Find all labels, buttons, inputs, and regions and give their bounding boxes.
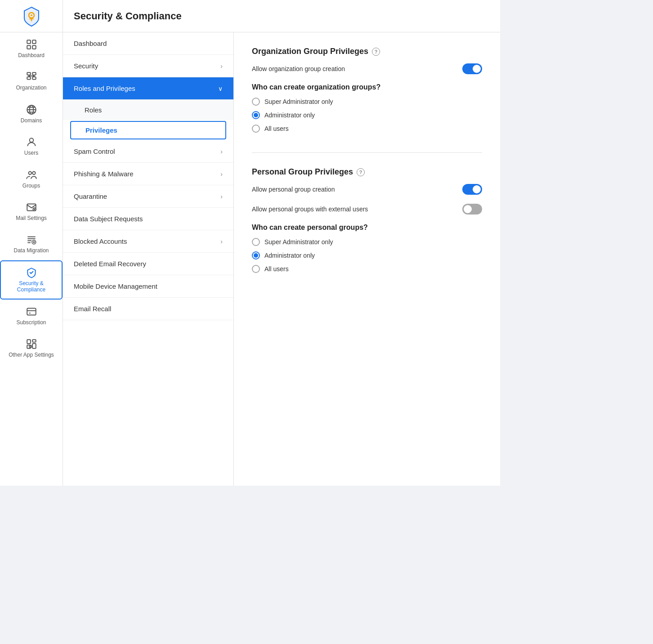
org-radio-admin-only[interactable]: Administrator only bbox=[252, 111, 482, 119]
personal-group-help-icon[interactable]: ? bbox=[357, 168, 365, 176]
personal-radio-super-admin-label: Super Administrator only bbox=[264, 238, 333, 246]
nav-item-roles-and-privileges[interactable]: Roles and Privileges ∨ bbox=[63, 77, 233, 100]
svg-rect-2 bbox=[27, 40, 31, 44]
nav-item-mobile-device-management[interactable]: Mobile Device Management bbox=[63, 275, 233, 298]
svg-rect-8 bbox=[27, 77, 31, 79]
sidebar-item-other-app-settings-label: Other App Settings bbox=[9, 352, 54, 358]
sidebar-item-subscription-label: Subscription bbox=[16, 319, 46, 326]
org-radio-all-users-label: All users bbox=[264, 125, 289, 132]
personal-allow-creation-toggle[interactable] bbox=[462, 184, 482, 195]
org-allow-creation-label: Allow organization group creation bbox=[252, 65, 345, 72]
nav-item-data-subject-requests[interactable]: Data Subject Requests bbox=[63, 208, 233, 230]
sidebar-item-domains[interactable]: Domains bbox=[0, 98, 63, 130]
content-row: Dashboard Security › Roles and Privilege… bbox=[63, 32, 500, 486]
nav-item-spam-control[interactable]: Spam Control › bbox=[63, 140, 233, 163]
personal-radio-admin-only[interactable]: Administrator only bbox=[252, 251, 482, 259]
personal-allow-external-row: Allow personal groups with external user… bbox=[252, 204, 482, 215]
sidebar-item-mail-settings-label: Mail Settings bbox=[16, 215, 47, 221]
sidebar-item-organization[interactable]: Organization bbox=[0, 65, 63, 97]
svg-rect-6 bbox=[27, 73, 31, 75]
svg-rect-32 bbox=[32, 340, 36, 342]
svg-point-19 bbox=[28, 171, 31, 174]
nav-sub-item-privileges[interactable]: Privileges bbox=[70, 121, 226, 139]
svg-rect-4 bbox=[27, 45, 31, 49]
personal-radio-admin-only-circle bbox=[252, 251, 260, 259]
chevron-right-icon: › bbox=[220, 63, 223, 70]
nav-item-phishing-malware[interactable]: Phishing & Malware › bbox=[63, 163, 233, 185]
personal-allow-external-toggle[interactable] bbox=[462, 204, 482, 215]
svg-rect-7 bbox=[32, 73, 36, 75]
nav-item-email-recall[interactable]: Email Recall bbox=[63, 298, 233, 320]
personal-allow-creation-row: Allow personal group creation bbox=[252, 184, 482, 195]
org-radio-super-admin-label: Super Administrator only bbox=[264, 98, 333, 105]
nav-item-dashboard[interactable]: Dashboard bbox=[63, 32, 233, 55]
svg-rect-28 bbox=[27, 308, 36, 315]
personal-radio-all-users[interactable]: All users bbox=[252, 265, 482, 273]
personal-radio-super-admin-circle bbox=[252, 238, 260, 246]
sidebar-item-subscription[interactable]: Subscription bbox=[0, 300, 63, 332]
chevron-right-icon-phishing: › bbox=[220, 170, 223, 178]
svg-rect-9 bbox=[32, 77, 36, 79]
svg-point-20 bbox=[32, 171, 36, 174]
org-allow-creation-row: Allow organization group creation bbox=[252, 63, 482, 74]
nav-menu: Dashboard Security › Roles and Privilege… bbox=[63, 32, 234, 486]
sidebar-item-domains-label: Domains bbox=[21, 117, 42, 124]
sidebar-item-users-label: Users bbox=[24, 150, 38, 156]
sidebar-item-security-compliance-label: Security & Compliance bbox=[4, 280, 58, 293]
who-can-create-org-title: Who can create organization groups? bbox=[252, 83, 482, 91]
org-radio-super-admin-circle bbox=[252, 98, 260, 106]
sidebar-item-dashboard[interactable]: Dashboard bbox=[0, 32, 63, 65]
sidebar-item-other-app-settings[interactable]: Other App Settings bbox=[0, 332, 63, 364]
nav-item-deleted-email-recovery[interactable]: Deleted Email Recovery bbox=[63, 253, 233, 275]
svg-rect-3 bbox=[32, 40, 36, 44]
svg-rect-34 bbox=[32, 344, 36, 349]
who-can-create-personal-title: Who can create personal groups? bbox=[252, 224, 482, 232]
personal-radio-all-users-circle bbox=[252, 265, 260, 273]
personal-allow-creation-label: Allow personal group creation bbox=[252, 186, 335, 193]
app-logo bbox=[0, 0, 63, 32]
personal-radio-all-users-label: All users bbox=[264, 265, 289, 273]
sidebar-item-data-migration-label: Data Migration bbox=[13, 247, 49, 254]
main-header: Security & Compliance bbox=[63, 0, 500, 32]
org-group-help-icon[interactable]: ? bbox=[372, 48, 380, 56]
sidebar-item-data-migration[interactable]: Data Migration bbox=[0, 228, 63, 260]
detail-panel: Organization Group Privileges ? Allow or… bbox=[234, 32, 500, 486]
sidebar-item-dashboard-label: Dashboard bbox=[18, 52, 45, 58]
nav-item-quarantine[interactable]: Quarantine › bbox=[63, 185, 233, 208]
org-radio-admin-only-label: Administrator only bbox=[264, 112, 315, 119]
main-content: Security & Compliance Dashboard Security… bbox=[63, 0, 500, 486]
sidebar-item-users[interactable]: Users bbox=[0, 130, 63, 162]
org-group-privileges-section: Organization Group Privileges ? Allow or… bbox=[252, 47, 482, 153]
chevron-right-icon-blocked: › bbox=[220, 238, 223, 245]
personal-group-privileges-title: Personal Group Privileges ? bbox=[252, 167, 482, 177]
org-allow-creation-toggle[interactable] bbox=[462, 63, 482, 74]
sidebar-item-security-compliance[interactable]: Security & Compliance bbox=[0, 260, 63, 300]
svg-point-1 bbox=[31, 14, 32, 16]
personal-allow-external-label: Allow personal groups with external user… bbox=[252, 206, 368, 213]
org-radio-super-admin[interactable]: Super Administrator only bbox=[252, 98, 482, 106]
page-title: Security & Compliance bbox=[74, 10, 182, 22]
sidebar-item-organization-label: Organization bbox=[16, 85, 46, 91]
sidebar: Dashboard Organization Domains bbox=[0, 0, 63, 486]
org-radio-admin-only-circle bbox=[252, 111, 260, 119]
chevron-down-icon: ∨ bbox=[218, 85, 223, 92]
personal-radio-admin-only-label: Administrator only bbox=[264, 252, 315, 259]
sidebar-item-groups-label: Groups bbox=[22, 183, 40, 189]
svg-rect-31 bbox=[27, 340, 31, 344]
svg-rect-5 bbox=[32, 45, 36, 49]
sidebar-item-groups[interactable]: Groups bbox=[0, 163, 63, 195]
org-radio-all-users[interactable]: All users bbox=[252, 125, 482, 133]
nav-sub-item-roles[interactable]: Roles bbox=[63, 100, 233, 120]
chevron-right-icon-quarantine: › bbox=[220, 193, 223, 200]
chevron-right-icon-spam: › bbox=[220, 148, 223, 155]
personal-group-privileges-section: Personal Group Privileges ? Allow person… bbox=[252, 167, 482, 293]
svg-point-18 bbox=[29, 139, 33, 143]
sidebar-item-mail-settings[interactable]: Mail Settings bbox=[0, 195, 63, 228]
nav-item-blocked-accounts[interactable]: Blocked Accounts › bbox=[63, 230, 233, 253]
nav-item-security[interactable]: Security › bbox=[63, 55, 233, 77]
personal-radio-super-admin[interactable]: Super Administrator only bbox=[252, 238, 482, 246]
org-group-privileges-title: Organization Group Privileges ? bbox=[252, 47, 482, 56]
org-radio-all-users-circle bbox=[252, 125, 260, 133]
